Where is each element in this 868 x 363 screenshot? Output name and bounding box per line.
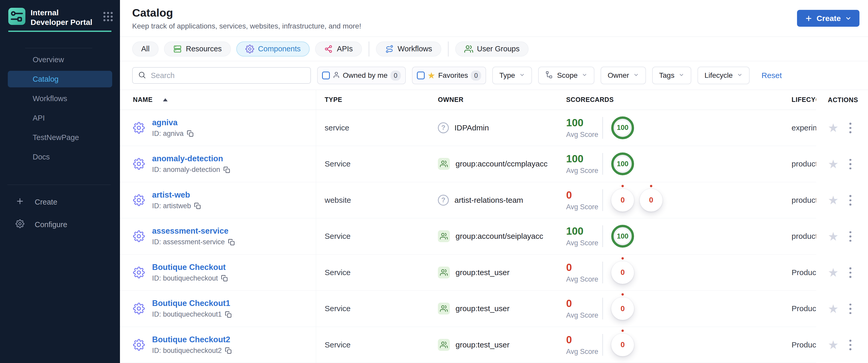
row-menu-icon[interactable] — [848, 338, 853, 352]
scorecard-ring[interactable]: 0 — [640, 189, 662, 212]
type-filter-dropdown[interactable]: Type — [492, 67, 532, 84]
lifecycle-filter-dropdown[interactable]: Lifecycle — [698, 67, 750, 84]
sidebar-item-testnewpage[interactable]: TestNewPage — [8, 129, 112, 146]
score-divider — [602, 298, 603, 320]
copy-icon[interactable] — [225, 347, 231, 354]
component-id-text: ID: boutiquecheckout2 — [152, 347, 222, 355]
copy-icon[interactable] — [221, 275, 228, 281]
favorite-star-icon[interactable]: ★ — [828, 231, 838, 242]
component-name-link[interactable]: artist-web — [152, 190, 201, 200]
favorite-star-icon[interactable]: ★ — [828, 339, 838, 351]
copy-icon[interactable] — [228, 239, 235, 246]
scorecard-ring[interactable]: 100 — [611, 116, 634, 139]
copy-icon[interactable] — [187, 130, 193, 137]
favorite-star-icon[interactable]: ★ — [828, 303, 838, 315]
app-root: Internal Developer Portal Overview Catal… — [0, 0, 868, 363]
avg-score-label: Avg Score — [566, 203, 602, 211]
favorite-star-icon[interactable]: ★ — [828, 267, 838, 278]
row-menu-icon[interactable] — [848, 266, 853, 279]
lifecycle-value: experimental — [792, 123, 816, 132]
score-divider — [602, 189, 603, 211]
apps-grid-icon[interactable] — [103, 12, 113, 21]
column-header-name[interactable]: NAME — [120, 90, 316, 110]
person-icon — [333, 71, 340, 80]
tabs-separator — [448, 41, 448, 57]
sidebar-item-overview[interactable]: Overview — [8, 51, 112, 68]
avg-score-label: Avg Score — [566, 275, 602, 283]
copy-icon[interactable] — [225, 311, 231, 318]
main-content: Catalog Keep track of applications, serv… — [120, 0, 868, 363]
component-name-link[interactable]: Boutique Checkout — [152, 263, 228, 272]
sidebar-item-api[interactable]: API — [8, 110, 112, 126]
chevron-down-icon — [519, 71, 525, 80]
component-gear-icon — [133, 158, 145, 170]
component-name-link[interactable]: Boutique Checkout1 — [152, 299, 231, 308]
scorecard-ring[interactable]: 0 — [611, 297, 634, 320]
row-menu-icon[interactable] — [848, 230, 853, 243]
reset-filters-link[interactable]: Reset — [762, 71, 782, 80]
component-name-link[interactable]: assessment-service — [152, 226, 235, 236]
hierarchy-icon — [545, 71, 553, 80]
tab-apis[interactable]: APIs — [315, 41, 362, 57]
component-id-text: ID: artistweb — [152, 202, 191, 210]
component-gear-icon — [133, 230, 145, 242]
sidebar-item-docs[interactable]: Docs — [8, 149, 112, 165]
owner-name: group:test_user — [456, 268, 509, 277]
component-id-text: ID: boutiquecheckout — [152, 274, 218, 282]
component-gear-icon — [133, 267, 145, 278]
tab-components[interactable]: Components — [236, 41, 310, 57]
owner-filter-dropdown[interactable]: Owner — [600, 67, 646, 84]
chevron-down-icon — [582, 71, 587, 80]
component-gear-icon — [133, 303, 145, 314]
avg-score-value: 0 — [566, 262, 602, 273]
row-menu-icon[interactable] — [848, 121, 853, 135]
user-groups-icon — [464, 44, 473, 53]
score-divider — [602, 334, 603, 356]
owned-by-me-filter[interactable]: Owned by me 0 — [317, 67, 406, 84]
row-menu-icon[interactable] — [848, 157, 853, 171]
row-menu-icon[interactable] — [848, 302, 853, 316]
component-name-link[interactable]: anomaly-detection — [152, 154, 230, 163]
avg-score-value: 100 — [566, 153, 602, 164]
owned-by-me-checkbox[interactable] — [322, 71, 330, 79]
page-title: Catalog — [132, 6, 361, 19]
search-input[interactable] — [150, 71, 305, 80]
favorite-star-icon[interactable]: ★ — [828, 158, 838, 170]
chevron-down-icon — [845, 15, 852, 22]
lifecycle-value: Production — [792, 340, 816, 349]
scorecard-ring[interactable]: 0 — [611, 261, 634, 284]
scorecard-ring[interactable]: 0 — [611, 333, 634, 356]
type-value: Service — [325, 159, 350, 168]
tab-resources[interactable]: Resources — [164, 41, 231, 57]
sidebar-item-catalog[interactable]: Catalog — [8, 71, 112, 87]
sidebar-create-button[interactable]: Create — [0, 197, 120, 207]
scorecard-ring[interactable]: 0 — [611, 189, 634, 212]
scorecard-ring[interactable]: 100 — [611, 225, 634, 248]
row-menu-icon[interactable] — [848, 193, 853, 207]
tab-user-groups[interactable]: User Groups — [455, 41, 529, 57]
score-divider — [602, 117, 603, 139]
scorecard-ring[interactable]: 100 — [611, 152, 634, 175]
scope-filter-dropdown[interactable]: Scope — [538, 67, 594, 84]
favorites-checkbox[interactable] — [417, 71, 425, 79]
copy-icon[interactable] — [223, 167, 230, 173]
favorites-filter[interactable]: ★ Favorites 0 — [412, 67, 486, 84]
tab-all[interactable]: All — [132, 41, 159, 57]
table-row: assessment-service ID: assessment-servic… — [120, 218, 868, 254]
component-name-link[interactable]: agniva — [152, 118, 193, 127]
owner-name: group:test_user — [456, 340, 509, 349]
component-name-link[interactable]: Boutique Checkout2 — [152, 335, 231, 344]
favorite-star-icon[interactable]: ★ — [828, 122, 838, 134]
tab-workflows-label: Workflows — [398, 44, 432, 53]
sidebar-configure-button[interactable]: Configure — [0, 219, 120, 230]
favorite-star-icon[interactable]: ★ — [828, 194, 838, 206]
tags-filter-dropdown[interactable]: Tags — [652, 67, 691, 84]
tab-workflows[interactable]: Workflows — [376, 41, 441, 57]
score-rings: 00 — [611, 189, 662, 212]
search-box[interactable] — [132, 67, 311, 84]
sidebar-item-workflows[interactable]: Workflows — [8, 90, 112, 107]
sort-asc-icon — [163, 98, 168, 101]
copy-icon[interactable] — [194, 203, 201, 209]
create-button[interactable]: Create — [797, 10, 860, 27]
component-id-text: ID: assessment-service — [152, 238, 225, 246]
